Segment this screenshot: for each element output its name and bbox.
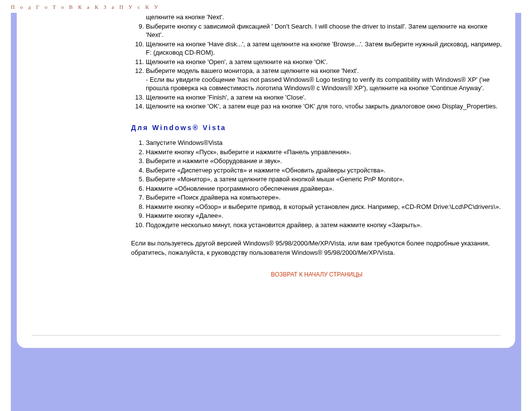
xp-step-14: Щелкните на кнопке 'OK', а затем еще раз… <box>146 102 503 111</box>
vista-step-1: Запустите Windows®Vista <box>146 138 503 147</box>
content-body: щелкните на кнопке 'Next'. Выберите кноп… <box>17 13 515 309</box>
background-panel: щелкните на кнопке 'Next'. Выберите кноп… <box>11 13 521 411</box>
closing-paragraph: Если вы пользуетесь другой версией Windo… <box>131 239 503 257</box>
xp-step-11: Щелкните на кнопке 'Open', а затем щелкн… <box>146 58 503 67</box>
vista-step-10: Подождите несколько минут, пока установи… <box>146 221 503 230</box>
content-card: щелкните на кнопке 'Next'. Выберите кноп… <box>17 13 515 348</box>
xp-step-9: Выберите кнопку с зависимой фиксацией ' … <box>146 22 503 39</box>
vista-heading: Для Windows® Vista <box>131 124 503 132</box>
xp-steps-list-cont: Выберите кнопку с зависимой фиксацией ' … <box>130 22 503 111</box>
xp-step-12: Выберите модель вашего монитора, а затем… <box>146 67 503 93</box>
vista-step-3: Выберите и нажмите «Оборудование и звук»… <box>146 157 503 166</box>
vista-step-2: Нажмите кнопку «Пуск», выберите и нажмит… <box>146 148 503 157</box>
xp-step-8-partial: щелкните на кнопке 'Next'. <box>146 13 503 22</box>
page-header: П о д Г о Т о В К а К З а П У с К У <box>11 4 160 10</box>
vista-step-4: Выберите «Диспетчер устройств» и нажмите… <box>146 166 503 175</box>
header-strip: П о д Г о Т о В К а К З а П У с К У <box>0 0 532 13</box>
xp-step-12-text: Выберите модель вашего монитора, а затем… <box>146 67 359 74</box>
vista-step-6: Нажмите «Обновление программного обеспеч… <box>146 184 503 193</box>
vista-step-7: Выберите «Поиск драйвера на компьютере». <box>146 193 503 202</box>
vista-step-9: Нажмите кнопку «Далее». <box>146 211 503 220</box>
xp-step-12-sub: - Если вы увидите сообщение 'has not pas… <box>146 76 490 92</box>
vista-step-5: Выберите «Монитор», а затем щелкните пра… <box>146 175 503 184</box>
xp-step-10: Щелкните на кнопке 'Have disk...', а зат… <box>146 40 503 57</box>
xp-step-13: Щелкните на кнопке 'Finish', а затем на … <box>146 93 503 102</box>
divider <box>32 335 500 336</box>
vista-step-8: Нажмите кнопку «Обзор» и выберите привод… <box>146 203 503 211</box>
back-to-top-link[interactable]: ВОЗВРАТ К НАЧАЛУ СТРАНИЦЫ <box>130 271 503 278</box>
xp-steps-list: щелкните на кнопке 'Next'. <box>130 13 503 22</box>
vista-steps-list: Запустите Windows®Vista Нажмите кнопку «… <box>130 138 503 229</box>
